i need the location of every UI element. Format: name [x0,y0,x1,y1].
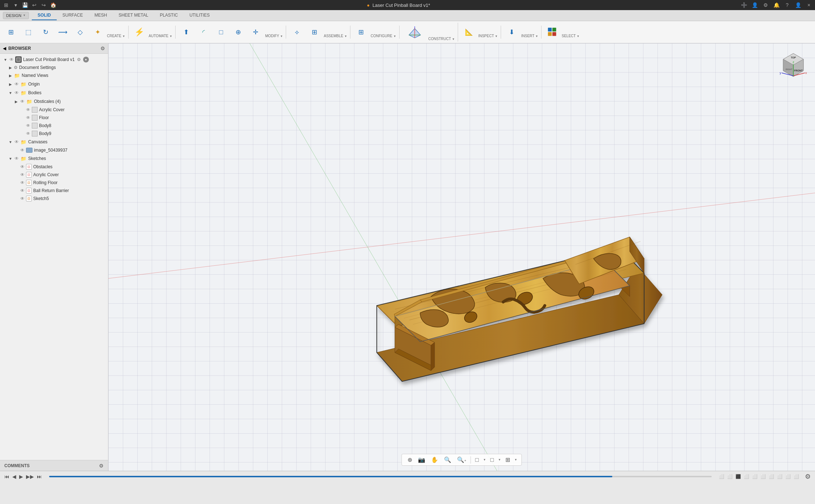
browser-collapse-icon[interactable]: ◀ [3,46,6,51]
playback-end-btn[interactable]: ⏭ [37,474,42,479]
app-menu-icon[interactable]: ▾ [12,2,19,8]
eye-icon-body9[interactable]: 👁 [25,131,31,136]
timeline-icon-2[interactable]: ⬜ [727,474,733,479]
eye-icon-bodies[interactable]: 👁 [14,90,20,96]
expander-canvases[interactable]: ▼ [8,139,13,144]
browser-settings-icon[interactable]: ⚙ [100,45,105,51]
timeline-icon-3[interactable]: ⬛ [736,474,741,479]
display-mode-arrow[interactable]: ▼ [483,458,486,461]
timeline-icon-10[interactable]: ⬜ [794,474,799,479]
home-icon[interactable]: 🏠 [50,2,56,8]
modify-combine-btn[interactable]: ⊕ [230,26,246,39]
viewport-zoom-btn[interactable]: 🔍 [443,456,453,464]
viewport-camera-btn[interactable]: 📷 [417,456,427,464]
expander-obstacles[interactable]: ▶ [14,99,19,104]
eye-icon-body8[interactable]: 👁 [25,123,31,129]
timeline-icon-8[interactable]: ⬜ [777,474,782,479]
eye-icon-ball-return[interactable]: 👁 [20,188,25,194]
modify-move-btn[interactable]: ✛ [248,26,264,39]
viewport-pan-btn[interactable]: ✋ [430,456,440,464]
create-loft-btn[interactable]: ◇ [72,26,88,39]
design-button[interactable]: DESIGN ▼ [3,12,29,19]
tree-item-named-views[interactable]: ▶ 📁 Named Views [0,71,108,80]
timeline-icon-5[interactable]: ⬜ [752,474,758,479]
timeline-icon-9[interactable]: ⬜ [785,474,791,479]
tab-mesh[interactable]: MESH [89,11,113,20]
account-icon[interactable]: 👤 [795,2,801,8]
assemble-asbuilt-btn[interactable]: ⊞ [306,26,322,39]
expander-named-views[interactable]: ▶ [8,73,13,78]
save-icon[interactable]: 💾 [22,2,28,8]
playback-play-btn[interactable]: ▶ [19,474,23,479]
tree-item-body9[interactable]: ▶ 👁 Body9 [0,130,108,138]
modify-press-pull-btn[interactable]: ⬆ [178,26,194,39]
eye-icon-rolling-floor[interactable]: 👁 [20,180,25,186]
insert-btn[interactable]: ⬇ [504,26,520,39]
tree-item-image[interactable]: ▶ 👁 image_50439937 [0,146,108,154]
eye-icon-acrylic-cover-body[interactable]: 👁 [25,107,31,113]
tree-item-doc-settings[interactable]: ▶ ⚙ Document Settings [0,64,108,71]
eye-icon-sketch5[interactable]: 👁 [20,196,25,201]
eye-icon-image[interactable]: 👁 [20,147,25,153]
create-revolve-btn[interactable]: ↻ [38,26,53,39]
tab-plastic[interactable]: PLASTIC [154,11,184,20]
eye-icon-canvases[interactable]: 👁 [14,139,20,145]
assemble-joint-btn[interactable]: ⟡ [289,26,305,39]
eye-icon-sketches[interactable]: 👁 [14,156,20,161]
tab-utilities[interactable]: UTILITIES [184,11,215,20]
redo-icon[interactable]: ↪ [40,2,47,8]
tree-item-rolling-floor[interactable]: ▶ 👁 ⊡ Rolling Floor [0,179,108,187]
viewport-display-mode-btn[interactable]: □ [474,456,480,464]
viewport-effects-btn[interactable]: □ [489,456,495,464]
settings-icon[interactable]: ⚙ [762,2,769,8]
create-more-btn[interactable]: ✦ [90,26,105,39]
tree-item-sketch5[interactable]: ▶ 👁 ⊡ Sketch5 [0,195,108,203]
timeline-track[interactable] [49,476,712,477]
inspect-btn[interactable]: 📐 [461,26,477,39]
3d-model[interactable] [348,154,673,399]
expander-origin[interactable]: ▶ [8,82,13,87]
timeline-icon-7[interactable]: ⬜ [769,474,774,479]
tree-item-body8[interactable]: ▶ 👁 Body8 [0,122,108,130]
timeline-settings-icon[interactable]: ⚙ [805,473,811,481]
tree-item-root[interactable]: ▼ 👁 Laser Cut Pinball Board v1 ⚙ ● [0,55,108,64]
notification-icon[interactable]: 🔔 [773,2,780,8]
tab-surface[interactable]: SURFACE [57,11,89,20]
expander-root[interactable]: ▼ [3,57,8,62]
modify-fillet-btn[interactable]: ◜ [196,26,212,39]
tree-item-bodies[interactable]: ▼ 👁 📁 Bodies [0,88,108,97]
create-extrude-btn[interactable]: ⬚ [20,26,36,39]
eye-icon-obstacles-sketch[interactable]: 👁 [20,164,25,170]
construct-btn[interactable] [402,23,427,42]
gear-icon-root[interactable]: ⚙ [77,57,81,62]
tree-item-origin[interactable]: ▶ 👁 📁 Origin [0,80,108,88]
add-window-icon[interactable]: ➕ [741,2,747,8]
configure-btn[interactable]: ⊞ [353,26,369,39]
create-sweep-btn[interactable]: ⟿ [55,26,71,39]
tree-item-obstacles[interactable]: ▶ 👁 📁 Obsticales (4) [0,97,108,106]
playback-start-btn[interactable]: ⏮ [4,474,9,479]
close-icon[interactable]: × [806,2,812,8]
tree-item-acrylic-cover-body[interactable]: ▶ 👁 Acrylic Cover [0,106,108,114]
viewport-grid-btn[interactable]: ⊞ [504,456,512,464]
app-grid-icon[interactable]: ⊞ [3,2,9,8]
automate-btn[interactable]: ⚡ [131,26,147,39]
timeline-icon-1[interactable]: ⬜ [719,474,724,479]
settings-dot-root[interactable]: ● [83,57,89,62]
create-new-component-btn[interactable]: ⊞ [3,26,19,39]
expander-doc-settings[interactable]: ▶ [8,65,13,70]
viewport-zoom-fit-btn[interactable]: 🔍+ [456,456,467,464]
tree-item-acrylic-cover-sketch[interactable]: ▶ 👁 ⊡ Acrylic Cover [0,171,108,179]
playback-next-btn[interactable]: ▶▶ [26,474,34,479]
effects-arrow[interactable]: ▼ [498,458,501,461]
eye-icon-floor[interactable]: 👁 [25,115,31,121]
viewport[interactable]: TOP FRONT RIGHT x z y ⊕ [108,43,815,471]
grid-arrow[interactable]: ▼ [514,458,517,461]
user-icon[interactable]: 👤 [751,2,758,8]
tab-solid[interactable]: SOLID [32,11,57,20]
help-icon[interactable]: ? [784,2,790,8]
select-btn[interactable] [544,26,560,39]
eye-icon-root[interactable]: 👁 [9,57,14,62]
viewport-orbit-btn[interactable]: ⊕ [406,456,414,464]
expander-bodies[interactable]: ▼ [8,90,13,95]
